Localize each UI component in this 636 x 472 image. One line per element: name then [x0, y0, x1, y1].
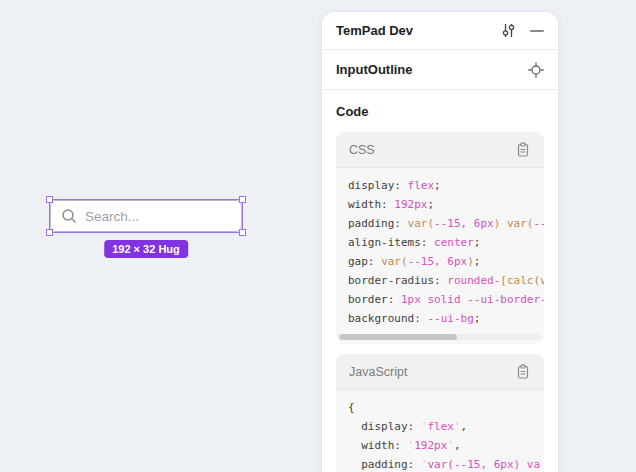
code-line: background: --ui-bg; — [348, 309, 532, 328]
search-input[interactable]: Search... — [50, 200, 242, 232]
search-placeholder-text: Search... — [85, 209, 139, 224]
horizontal-scrollbar[interactable] — [339, 334, 541, 340]
search-icon — [61, 208, 77, 224]
css-code-block: CSS display: flex;width: 192px;padding: … — [336, 132, 544, 344]
code-section-title: Code — [336, 104, 544, 119]
code-line: border: 1px solid --ui-border- — [348, 290, 532, 309]
code-line: align-items: center; — [348, 233, 532, 252]
locate-component-button[interactable] — [528, 62, 544, 78]
code-line: { — [348, 398, 532, 417]
target-icon — [528, 62, 544, 78]
selection-handle-bottom-left[interactable] — [46, 229, 53, 236]
minimize-button[interactable] — [530, 24, 544, 38]
panel-title: TemPad Dev — [336, 23, 501, 38]
code-line: display: 'flex', — [348, 417, 532, 436]
selected-component-row: InputOutline — [322, 50, 558, 90]
copy-css-button[interactable] — [515, 142, 531, 158]
code-line: width: 192px; — [348, 195, 532, 214]
code-line: display: flex; — [348, 176, 532, 195]
panel-header: TemPad Dev — [322, 12, 558, 50]
dimensions-badge: 192 × 32 Hug — [104, 240, 188, 258]
copy-icon — [515, 142, 531, 158]
code-section: Code CSS display: flex;width: 192px — [322, 90, 558, 472]
css-block-header: CSS — [336, 132, 544, 168]
settings-sliders-button[interactable] — [501, 23, 516, 38]
scrollbar-thumb[interactable] — [339, 334, 457, 340]
tempad-dev-panel: TemPad Dev — [322, 12, 558, 472]
css-code-body: display: flex;width: 192px;padding: var(… — [336, 168, 544, 330]
component-name: InputOutline — [336, 62, 528, 77]
selection-handle-bottom-right[interactable] — [239, 229, 246, 236]
css-block-label: CSS — [349, 143, 515, 157]
javascript-block-header: JavaScript — [336, 354, 544, 390]
code-line: border-radius: rounded-[calc(v — [348, 271, 532, 290]
sliders-icon — [501, 23, 516, 38]
minimize-icon — [530, 24, 544, 38]
javascript-block-label: JavaScript — [349, 365, 515, 379]
javascript-code-block: JavaScript { display: 'flex', width: '19… — [336, 354, 544, 472]
code-line: width: '192px', — [348, 436, 532, 455]
code-line: padding: 'var(--15, 6px) va — [348, 455, 532, 472]
copy-javascript-button[interactable] — [515, 364, 531, 380]
selection-handle-top-left[interactable] — [46, 196, 53, 203]
code-line: padding: var(--15, 6px) var(-- — [348, 214, 532, 233]
selection-handle-top-right[interactable] — [239, 196, 246, 203]
javascript-code-body: { display: 'flex', width: '192px', paddi… — [336, 390, 544, 472]
code-line: gap: var(--15, 6px); — [348, 252, 532, 271]
copy-icon — [515, 364, 531, 380]
